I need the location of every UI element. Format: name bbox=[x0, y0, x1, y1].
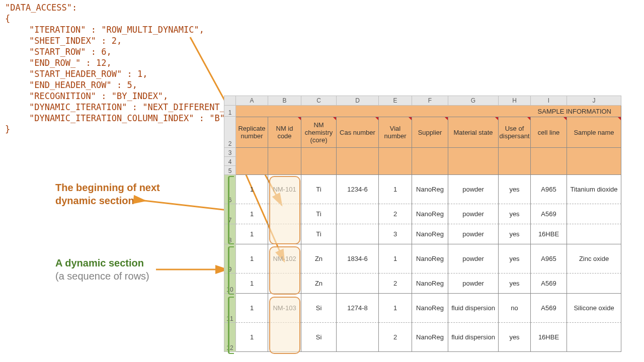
cell[interactable]: Zn bbox=[301, 274, 337, 294]
cell[interactable]: yes bbox=[499, 323, 531, 352]
cell[interactable] bbox=[531, 148, 567, 157]
cell[interactable]: NanoReg bbox=[412, 244, 448, 274]
cell[interactable]: 1 bbox=[236, 274, 268, 294]
cell[interactable]: Titanium dioxide bbox=[567, 175, 621, 204]
cell[interactable] bbox=[567, 148, 621, 157]
cell[interactable] bbox=[268, 157, 301, 166]
cell[interactable]: NM chemistry (core) bbox=[301, 117, 337, 148]
cell[interactable] bbox=[567, 224, 621, 244]
cell[interactable]: 1 bbox=[379, 175, 412, 204]
cell[interactable] bbox=[499, 166, 531, 175]
cell[interactable] bbox=[268, 204, 301, 224]
cell[interactable] bbox=[337, 148, 379, 157]
cell[interactable] bbox=[379, 166, 412, 175]
cell[interactable]: Material state bbox=[448, 117, 499, 148]
cell[interactable]: NM-101 bbox=[268, 175, 301, 204]
cell[interactable]: NanoReg bbox=[412, 175, 448, 204]
cell[interactable]: Vial number bbox=[379, 117, 412, 148]
cell[interactable]: Ti bbox=[301, 224, 337, 244]
cell[interactable] bbox=[499, 157, 531, 166]
cell[interactable]: yes bbox=[499, 175, 531, 204]
cell[interactable] bbox=[268, 106, 301, 117]
cell[interactable]: Use of dispersant bbox=[499, 117, 531, 148]
cell[interactable]: fluid dispersion bbox=[448, 294, 499, 323]
cell[interactable]: 1234-6 bbox=[337, 175, 379, 204]
cell[interactable]: Ti bbox=[301, 175, 337, 204]
cell[interactable] bbox=[337, 204, 379, 224]
cell[interactable] bbox=[567, 274, 621, 294]
col-header[interactable]: H bbox=[499, 96, 531, 106]
cell[interactable] bbox=[379, 157, 412, 166]
cell[interactable]: 2 bbox=[379, 204, 412, 224]
cell[interactable]: NM-103 bbox=[268, 294, 301, 323]
row-header[interactable]: 11 bbox=[224, 294, 236, 323]
cell[interactable]: 1 bbox=[236, 294, 268, 323]
col-header[interactable]: I bbox=[531, 96, 567, 106]
cell[interactable] bbox=[301, 148, 337, 157]
cell[interactable]: 1 bbox=[236, 224, 268, 244]
cell[interactable]: A965 bbox=[531, 175, 567, 204]
cell[interactable] bbox=[236, 148, 268, 157]
cell[interactable]: 2 bbox=[379, 274, 412, 294]
cell[interactable]: NanoReg bbox=[412, 274, 448, 294]
cell[interactable] bbox=[301, 157, 337, 166]
cell[interactable]: Supplier bbox=[412, 117, 448, 148]
cell[interactable] bbox=[531, 157, 567, 166]
cell[interactable]: 2 bbox=[379, 323, 412, 352]
cell[interactable] bbox=[337, 274, 379, 294]
cell[interactable]: Zinc oxide bbox=[567, 244, 621, 274]
cell[interactable]: NanoReg bbox=[412, 224, 448, 244]
cell[interactable]: yes bbox=[499, 274, 531, 294]
col-header[interactable]: G bbox=[448, 96, 499, 106]
cell[interactable]: A569 bbox=[531, 204, 567, 224]
col-header[interactable]: F bbox=[412, 96, 448, 106]
cell[interactable]: A569 bbox=[531, 274, 567, 294]
cell[interactable]: Zn bbox=[301, 244, 337, 274]
cell[interactable]: fluid dispersion bbox=[448, 323, 499, 352]
cell[interactable] bbox=[448, 106, 499, 117]
cell[interactable]: NanoReg bbox=[412, 294, 448, 323]
cell[interactable]: 16HBE bbox=[531, 323, 567, 352]
cell[interactable]: powder bbox=[448, 274, 499, 294]
cell[interactable] bbox=[337, 157, 379, 166]
col-header[interactable]: B bbox=[268, 96, 301, 106]
cell[interactable] bbox=[567, 323, 621, 352]
cell[interactable] bbox=[499, 148, 531, 157]
cell[interactable]: powder bbox=[448, 224, 499, 244]
row-header[interactable]: 3 bbox=[224, 148, 236, 157]
row-header[interactable]: 10 bbox=[224, 274, 236, 294]
row-header[interactable]: 1 bbox=[224, 106, 236, 117]
cell[interactable]: NanoReg bbox=[412, 204, 448, 224]
row-header[interactable]: 7 bbox=[224, 204, 236, 224]
cell[interactable]: Silicone oxide bbox=[567, 294, 621, 323]
cell[interactable]: yes bbox=[499, 224, 531, 244]
cell[interactable]: 1274-8 bbox=[337, 294, 379, 323]
cell[interactable]: 1 bbox=[379, 244, 412, 274]
cell[interactable] bbox=[268, 274, 301, 294]
cell[interactable]: Replicate number bbox=[236, 117, 268, 148]
cell[interactable]: powder bbox=[448, 175, 499, 204]
cell[interactable]: no bbox=[499, 294, 531, 323]
row-header[interactable]: 9 bbox=[224, 244, 236, 274]
cell[interactable]: yes bbox=[499, 204, 531, 224]
cell[interactable] bbox=[412, 166, 448, 175]
col-header[interactable]: E bbox=[379, 96, 412, 106]
cell[interactable]: 1 bbox=[379, 294, 412, 323]
cell[interactable] bbox=[379, 106, 412, 117]
cell[interactable]: Sample name bbox=[567, 117, 621, 148]
col-header[interactable]: A bbox=[236, 96, 268, 106]
select-all-corner[interactable] bbox=[224, 96, 236, 106]
cell[interactable]: 16HBE bbox=[531, 224, 567, 244]
cell[interactable]: 1 bbox=[236, 244, 268, 274]
cell[interactable] bbox=[301, 166, 337, 175]
cell[interactable]: 1 bbox=[236, 204, 268, 224]
cell[interactable] bbox=[567, 204, 621, 224]
row-header[interactable]: 2 bbox=[224, 117, 236, 148]
col-header[interactable]: D bbox=[337, 96, 379, 106]
cell[interactable] bbox=[379, 148, 412, 157]
cell[interactable] bbox=[236, 157, 268, 166]
cell[interactable]: 1 bbox=[236, 175, 268, 204]
cell[interactable]: 1834-6 bbox=[337, 244, 379, 274]
cell[interactable] bbox=[337, 166, 379, 175]
row-header[interactable]: 6 bbox=[224, 175, 236, 204]
